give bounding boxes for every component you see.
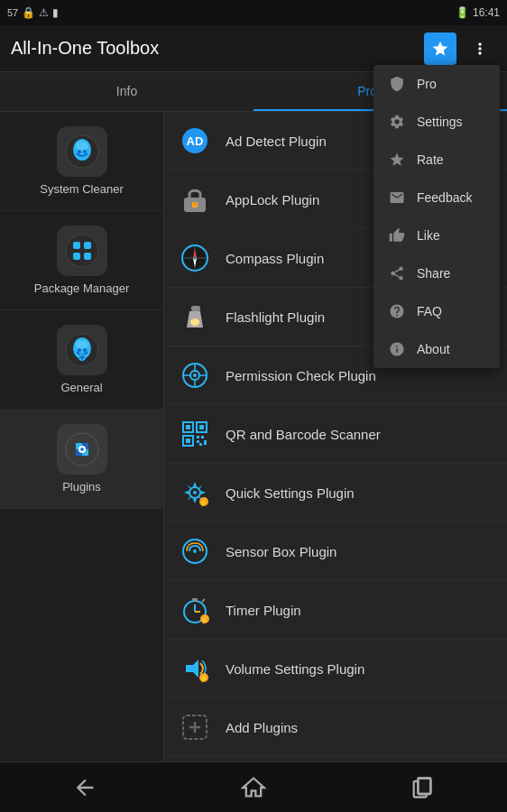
rate-label: Rate bbox=[417, 152, 444, 167]
svg-rect-49 bbox=[204, 440, 207, 445]
svg-rect-8 bbox=[73, 253, 80, 260]
back-button[interactable] bbox=[58, 770, 112, 806]
more-options-button[interactable] bbox=[464, 32, 496, 65]
sidebar-item-general[interactable]: General bbox=[0, 310, 163, 410]
thumb-up-icon bbox=[388, 226, 406, 245]
sidebar-item-package-manager[interactable]: Package Manager bbox=[0, 211, 163, 310]
pro-label: Pro bbox=[417, 77, 437, 91]
quick-settings-label: Quick Settings Plugin bbox=[226, 485, 355, 501]
svg-rect-46 bbox=[197, 436, 199, 438]
quick-settings-icon: ⚡ bbox=[179, 476, 211, 509]
dropdown-item-pro[interactable]: Pro bbox=[373, 65, 500, 103]
svg-point-56 bbox=[193, 549, 197, 553]
info-icon bbox=[388, 340, 406, 358]
plugins-label: Plugins bbox=[62, 480, 101, 494]
shield-icon bbox=[388, 75, 406, 93]
plugin-item-volume-settings[interactable]: ⚡ Volume Settings Plugin bbox=[164, 640, 507, 698]
volume-settings-icon: ⚡ bbox=[179, 652, 211, 685]
svg-rect-47 bbox=[201, 436, 204, 438]
timer-label: Timer Plugin bbox=[226, 603, 301, 618]
svg-text:⚡: ⚡ bbox=[200, 615, 209, 624]
status-right: 🔋 16:41 bbox=[456, 6, 500, 19]
svg-text:⚡: ⚡ bbox=[199, 674, 208, 683]
star-button[interactable] bbox=[424, 32, 456, 65]
signal-strength: 57 bbox=[7, 7, 18, 18]
svg-rect-60 bbox=[192, 598, 198, 601]
compass-icon bbox=[179, 242, 211, 274]
svg-point-12 bbox=[76, 340, 88, 349]
settings-label: Settings bbox=[417, 115, 463, 129]
svg-rect-41 bbox=[186, 425, 190, 429]
tab-info[interactable]: Info bbox=[0, 72, 254, 111]
battery-icon: 🔋 bbox=[456, 6, 469, 19]
feedback-label: Feedback bbox=[417, 190, 472, 205]
svg-point-13 bbox=[78, 348, 81, 352]
dropdown-item-about[interactable]: About bbox=[373, 330, 500, 368]
permission-check-label: Permission Check Plugin bbox=[226, 368, 376, 383]
svg-marker-64 bbox=[186, 660, 198, 678]
plugin-item-quick-settings[interactable]: ⚡ Quick Settings Plugin bbox=[164, 464, 507, 522]
gear-icon bbox=[388, 113, 406, 131]
general-label: General bbox=[60, 381, 102, 394]
svg-point-14 bbox=[83, 348, 87, 352]
permission-check-icon bbox=[179, 359, 211, 392]
ad-detect-label: Ad Detect Plugin bbox=[226, 134, 327, 149]
applock-label: AppLock Plugin bbox=[226, 192, 319, 208]
svg-rect-50 bbox=[199, 443, 202, 446]
dropdown-menu: Pro Settings Rate Feedback bbox=[373, 65, 500, 368]
home-button[interactable] bbox=[226, 770, 281, 806]
svg-point-52 bbox=[193, 491, 197, 494]
star-icon bbox=[388, 151, 406, 169]
app-title: All-In-One Toolbox bbox=[11, 38, 159, 59]
plugin-item-sensor-box[interactable]: Sensor Box Plugin bbox=[164, 522, 507, 581]
svg-point-32 bbox=[190, 318, 199, 326]
svg-text:⚡: ⚡ bbox=[199, 498, 208, 507]
svg-rect-43 bbox=[199, 425, 204, 429]
recents-button[interactable] bbox=[395, 770, 449, 806]
svg-point-4 bbox=[83, 150, 87, 153]
compass-label: Compass Plugin bbox=[226, 251, 324, 266]
svg-point-2 bbox=[76, 142, 88, 151]
share-icon bbox=[388, 264, 406, 282]
status-left: 57 🔒 ⚠ ▮ bbox=[7, 6, 59, 19]
svg-rect-7 bbox=[84, 242, 91, 249]
qr-barcode-label: QR and Barcode Scanner bbox=[226, 427, 381, 442]
battery-charging-icon: ▮ bbox=[52, 6, 59, 19]
plugins-icon bbox=[57, 424, 107, 475]
volume-settings-label: Volume Settings Plugin bbox=[226, 661, 364, 677]
sidebar-item-system-cleaner[interactable]: System Cleaner bbox=[0, 112, 163, 211]
svg-text:AD: AD bbox=[187, 134, 204, 148]
status-bar: 57 🔒 ⚠ ▮ 🔋 16:41 bbox=[0, 0, 507, 25]
svg-rect-6 bbox=[73, 242, 80, 249]
question-icon bbox=[388, 302, 406, 320]
share-label: Share bbox=[417, 266, 450, 281]
alert-icon: ⚠ bbox=[39, 6, 49, 19]
dropdown-item-feedback[interactable]: Feedback bbox=[373, 179, 500, 217]
bottom-nav bbox=[0, 761, 507, 812]
qr-barcode-icon bbox=[179, 418, 211, 450]
applock-icon bbox=[179, 183, 211, 216]
dropdown-item-like[interactable]: Like bbox=[373, 217, 500, 254]
system-cleaner-label: System Cleaner bbox=[40, 182, 123, 196]
svg-rect-30 bbox=[191, 306, 200, 311]
dropdown-item-share[interactable]: Share bbox=[373, 254, 500, 292]
sensor-box-icon bbox=[179, 535, 211, 567]
dropdown-item-rate[interactable]: Rate bbox=[373, 141, 500, 179]
svg-point-3 bbox=[78, 150, 81, 153]
svg-rect-45 bbox=[186, 438, 190, 443]
about-label: About bbox=[417, 342, 450, 356]
dropdown-item-settings[interactable]: Settings bbox=[373, 103, 500, 141]
ad-detect-icon: AD bbox=[179, 125, 211, 157]
timer-icon: ⚡ bbox=[179, 594, 211, 626]
plugin-item-add[interactable]: Add Plugins bbox=[164, 698, 507, 757]
svg-point-22 bbox=[193, 202, 197, 206]
plugin-item-timer[interactable]: ⚡ Timer Plugin bbox=[164, 581, 507, 640]
lock-icon: 🔒 bbox=[22, 6, 35, 19]
sidebar-item-plugins[interactable]: Plugins bbox=[0, 410, 163, 509]
plugin-item-qr-barcode[interactable]: QR and Barcode Scanner bbox=[164, 405, 507, 464]
time-display: 16:41 bbox=[473, 6, 500, 19]
like-label: Like bbox=[417, 228, 440, 243]
package-manager-label: Package Manager bbox=[34, 281, 130, 295]
dropdown-item-faq[interactable]: FAQ bbox=[373, 292, 500, 330]
faq-label: FAQ bbox=[417, 304, 442, 318]
